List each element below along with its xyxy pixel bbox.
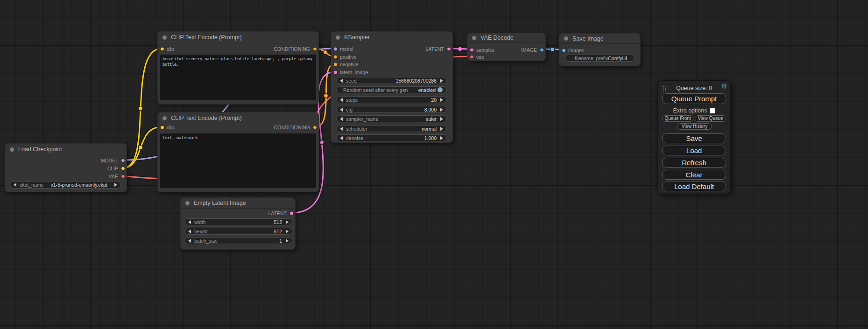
node-title-bar[interactable]: KSampler xyxy=(331,32,452,43)
view-queue-button[interactable]: View Queue xyxy=(695,115,726,122)
increment-arrow-icon[interactable] xyxy=(440,117,443,121)
output-label: CONDITIONING xyxy=(274,125,310,130)
extra-options-label: Extra options xyxy=(673,107,707,114)
conditioning-output-port[interactable] xyxy=(313,47,317,51)
image-output-port[interactable] xyxy=(540,48,544,52)
latent-output-port[interactable] xyxy=(289,211,294,216)
node-empty-latent-image[interactable]: Empty Latent Image LATENT width 512 heig… xyxy=(180,197,296,250)
widget-value: euler xyxy=(426,116,437,122)
vae-output-port[interactable] xyxy=(121,175,125,179)
increment-arrow-icon[interactable] xyxy=(286,220,289,224)
output-label: LATENT xyxy=(268,210,287,216)
decrement-arrow-icon[interactable] xyxy=(340,98,343,102)
collapse-dot-icon[interactable] xyxy=(185,201,190,205)
node-ksampler[interactable]: KSampler model LATENT positive negative … xyxy=(331,31,453,143)
decrement-arrow-icon[interactable] xyxy=(340,136,343,140)
model-output-port[interactable] xyxy=(121,159,125,163)
random-seed-toggle-widget[interactable]: Random seed after every gen enabled xyxy=(336,86,447,93)
widget-value: normal xyxy=(422,126,437,132)
width-widget[interactable]: width 512 xyxy=(184,218,292,225)
decrement-arrow-icon[interactable] xyxy=(188,220,191,224)
steps-widget[interactable]: steps 20 xyxy=(336,96,447,103)
node-title-bar[interactable]: VAE Decode xyxy=(467,33,545,43)
increment-arrow-icon[interactable] xyxy=(440,127,443,131)
io-row: samples IMAGE xyxy=(467,46,545,54)
cfg-widget[interactable]: cfg 8.000 xyxy=(336,106,447,113)
save-button[interactable]: Save xyxy=(662,133,726,143)
conditioning-output-port[interactable] xyxy=(313,126,317,130)
clip-input-port[interactable] xyxy=(160,126,164,130)
node-title-bar[interactable]: CLIP Text Encode (Prompt) xyxy=(158,112,318,124)
node-title-bar[interactable]: CLIP Text Encode (Prompt) xyxy=(158,32,318,43)
settings-gear-icon[interactable]: ⚙ xyxy=(721,83,727,90)
node-clip-text-encode-positive[interactable]: CLIP Text Encode (Prompt) clip CONDITION… xyxy=(157,31,319,105)
node-vae-decode[interactable]: VAE Decode samples IMAGE vae xyxy=(467,33,546,61)
increment-arrow-icon[interactable] xyxy=(440,98,443,102)
collapse-dot-icon[interactable] xyxy=(162,35,167,40)
vae-input-port[interactable] xyxy=(470,55,474,59)
clip-input-port[interactable] xyxy=(160,47,164,51)
collapse-dot-icon[interactable] xyxy=(162,116,167,120)
batch-size-widget[interactable]: batch_size 1 xyxy=(184,237,292,244)
filename-prefix-widget[interactable]: filename_prefix ComfyUI xyxy=(565,55,635,62)
decrement-arrow-icon[interactable] xyxy=(14,183,16,187)
node-save-image[interactable]: Save Image images filename_prefix ComfyU… xyxy=(559,33,641,66)
view-history-button[interactable]: View History xyxy=(677,123,712,130)
latent-output-port[interactable] xyxy=(447,47,451,51)
samples-input-port[interactable] xyxy=(470,48,474,52)
decrement-arrow-icon[interactable] xyxy=(188,230,191,233)
latent-image-input-port[interactable] xyxy=(333,70,338,75)
negative-prompt-textarea[interactable]: text, watermark xyxy=(160,133,316,188)
load-button[interactable]: Load xyxy=(662,146,726,155)
widget-label: denoise xyxy=(346,135,363,141)
increment-arrow-icon[interactable] xyxy=(440,108,443,112)
height-widget[interactable]: height 512 xyxy=(184,228,292,235)
toggle-on-icon[interactable] xyxy=(438,87,443,92)
collapse-dot-icon[interactable] xyxy=(472,36,476,40)
increment-arrow-icon[interactable] xyxy=(114,183,117,187)
images-input-port[interactable] xyxy=(562,49,566,53)
node-title-bar[interactable]: Empty Latent Image xyxy=(181,198,295,209)
decrement-arrow-icon[interactable] xyxy=(340,79,343,83)
ckpt-name-widget[interactable]: ckpt_name v1-5-pruned-emaonly.ckpt xyxy=(10,181,121,189)
scheduler-widget[interactable]: scheduler normal xyxy=(336,125,447,132)
queue-front-button[interactable]: Queue Front xyxy=(662,115,693,122)
decrement-arrow-icon[interactable] xyxy=(340,108,343,112)
increment-arrow-icon[interactable] xyxy=(286,230,289,233)
collapse-dot-icon[interactable] xyxy=(10,147,14,152)
sampler-name-widget[interactable]: sampler_name euler xyxy=(336,115,447,122)
decrement-arrow-icon[interactable] xyxy=(188,239,191,243)
positive-input-port[interactable] xyxy=(333,55,338,59)
extra-options-checkbox[interactable] xyxy=(710,108,715,113)
model-input-port[interactable] xyxy=(333,47,338,51)
positive-prompt-textarea[interactable]: beautiful scenery nature glass bottle la… xyxy=(160,55,316,100)
node-title-bar[interactable]: Load Checkpoint xyxy=(5,144,127,155)
widget-label: scheduler xyxy=(346,126,367,132)
refresh-button[interactable]: Refresh xyxy=(662,158,726,168)
increment-arrow-icon[interactable] xyxy=(440,136,443,140)
queue-prompt-button[interactable]: Queue Prompt xyxy=(662,93,726,104)
node-title: Empty Latent Image xyxy=(194,200,246,206)
widget-value: enabled xyxy=(418,87,436,93)
node-load-checkpoint[interactable]: Load Checkpoint MODEL CLIP VAE ckpt_name… xyxy=(5,143,127,192)
negative-input-port[interactable] xyxy=(333,63,338,67)
input-row: vae xyxy=(467,53,545,61)
decrement-arrow-icon[interactable] xyxy=(340,127,343,131)
denoise-widget[interactable]: denoise 1.000 xyxy=(336,134,447,141)
node-title: VAE Decode xyxy=(480,35,514,41)
load-default-button[interactable]: Load Default xyxy=(662,182,726,191)
extra-options-row: Extra options xyxy=(658,108,730,114)
seed-widget[interactable]: seed 156680208700286 xyxy=(336,77,447,84)
increment-arrow-icon[interactable] xyxy=(286,239,289,243)
io-row: model LATENT xyxy=(331,45,452,53)
node-graph-canvas[interactable]: Load Checkpoint MODEL CLIP VAE ckpt_name… xyxy=(0,0,868,329)
clip-output-port[interactable] xyxy=(121,167,125,171)
increment-arrow-icon[interactable] xyxy=(440,79,443,83)
node-clip-text-encode-negative[interactable]: CLIP Text Encode (Prompt) clip CONDITION… xyxy=(157,112,319,192)
node-title-bar[interactable]: Save Image xyxy=(559,34,640,44)
decrement-arrow-icon[interactable] xyxy=(340,117,343,121)
clear-button[interactable]: Clear xyxy=(662,170,726,180)
collapse-dot-icon[interactable] xyxy=(336,35,340,40)
widget-value: v1-5-pruned-emaonly.ckpt xyxy=(51,182,107,188)
collapse-dot-icon[interactable] xyxy=(564,36,568,41)
